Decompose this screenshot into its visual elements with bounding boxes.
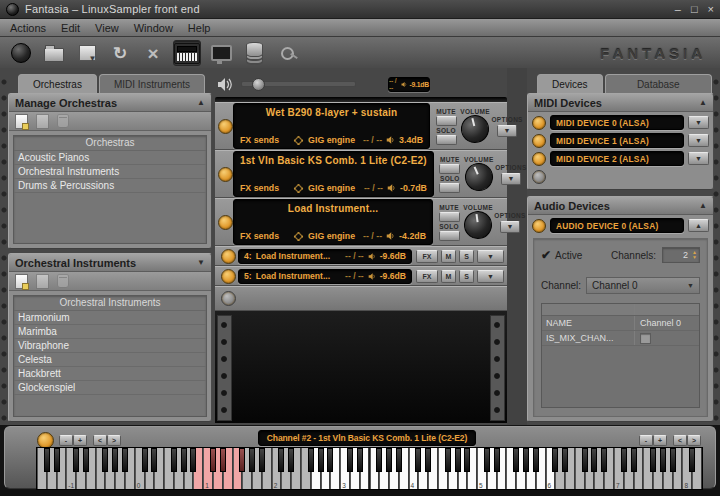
- black-key[interactable]: [689, 448, 695, 472]
- black-key[interactable]: [464, 448, 470, 472]
- fx-sends-link[interactable]: FX sends: [240, 231, 279, 241]
- manage-orchestras-header[interactable]: Manage Orchestras ▲: [9, 94, 211, 112]
- black-key[interactable]: [171, 448, 177, 472]
- solo-button[interactable]: [439, 183, 460, 193]
- refresh-button[interactable]: ↻: [107, 41, 133, 65]
- device-power-button[interactable]: [532, 134, 546, 148]
- collapse-icon[interactable]: ▲: [699, 201, 707, 210]
- spinner-arrows-icon[interactable]: ▲▼: [690, 250, 699, 261]
- monitor-view-button[interactable]: [208, 41, 234, 65]
- device-collapse-button[interactable]: ▲: [688, 219, 709, 232]
- black-key[interactable]: [621, 448, 627, 472]
- black-key[interactable]: [327, 448, 333, 472]
- black-key[interactable]: [523, 448, 529, 472]
- close-button[interactable]: ×: [708, 3, 714, 15]
- black-key[interactable]: [396, 448, 402, 472]
- volume-knob[interactable]: [462, 209, 494, 241]
- menu-help[interactable]: Help: [188, 22, 211, 34]
- channel-power-button[interactable]: [221, 249, 236, 264]
- delete-orchestra-button[interactable]: [57, 114, 69, 128]
- midi-device-display[interactable]: MIDI DEVICE 1 (ALSA): [550, 133, 684, 148]
- black-key[interactable]: [239, 448, 245, 472]
- channels-spinner[interactable]: 2 ▲▼: [662, 247, 700, 263]
- black-key[interactable]: [220, 448, 226, 472]
- edit-orchestra-button[interactable]: [36, 114, 49, 129]
- menu-window[interactable]: Window: [134, 22, 173, 34]
- menu-edit[interactable]: Edit: [61, 22, 80, 34]
- black-key[interactable]: [181, 448, 187, 472]
- channel-power-button[interactable]: [218, 167, 233, 182]
- options-button[interactable]: ▼: [497, 125, 517, 137]
- octave-up-button[interactable]: +: [73, 435, 87, 446]
- black-key[interactable]: [210, 448, 216, 472]
- engine-selector[interactable]: GIG engine: [308, 135, 355, 145]
- menu-view[interactable]: View: [95, 22, 119, 34]
- tab-orchestras[interactable]: Orchestras: [18, 74, 97, 93]
- instrument-name[interactable]: 1st Vln Basic KS Comb. 1 Lite (C2-E2): [240, 155, 427, 166]
- collapse-icon[interactable]: ▲: [699, 98, 707, 107]
- instrument-name[interactable]: Load Instrument...: [256, 271, 330, 281]
- orchestra-row[interactable]: Orchestral Instruments: [14, 165, 206, 179]
- engine-selector[interactable]: GIG engine: [308, 183, 355, 193]
- instrument-name[interactable]: Wet B290 8-layer + sustain: [240, 107, 423, 118]
- black-key[interactable]: [513, 448, 519, 472]
- mute-button[interactable]: M: [441, 250, 456, 263]
- midi-devices-header[interactable]: MIDI Devices ▲: [528, 94, 713, 112]
- black-key[interactable]: [83, 448, 89, 472]
- export-session-button[interactable]: [74, 41, 100, 65]
- instruments-db-button[interactable]: [241, 41, 267, 65]
- menu-actions[interactable]: Actions: [10, 22, 46, 34]
- tab-devices[interactable]: Devices: [537, 74, 603, 93]
- black-key[interactable]: [357, 448, 363, 472]
- device-power-button[interactable]: [532, 219, 546, 233]
- solo-button[interactable]: [439, 231, 460, 241]
- mute-button[interactable]: [439, 164, 460, 174]
- mute-button[interactable]: [436, 116, 457, 126]
- new-orchestra-button[interactable]: [15, 114, 28, 129]
- black-key[interactable]: [562, 448, 568, 472]
- new-instrument-button[interactable]: [15, 274, 28, 289]
- fx-button[interactable]: FX: [416, 270, 438, 283]
- black-key[interactable]: [112, 448, 118, 472]
- black-key[interactable]: [650, 448, 656, 472]
- collapse-icon[interactable]: ▲: [197, 98, 205, 107]
- black-key[interactable]: [533, 448, 539, 472]
- prev-channel-button[interactable]: <: [93, 435, 107, 446]
- device-power-button[interactable]: [532, 116, 546, 130]
- channel-power-button[interactable]: [218, 215, 233, 230]
- options-button[interactable]: ▼: [501, 173, 521, 185]
- chevron-down-icon[interactable]: ▼: [197, 258, 205, 267]
- solo-button[interactable]: S: [459, 250, 474, 263]
- instrument-row[interactable]: Harmonium: [14, 311, 206, 325]
- solo-button[interactable]: [436, 135, 457, 145]
- slider-thumb[interactable]: [252, 78, 265, 91]
- instrument-row[interactable]: Glockenspiel: [14, 381, 206, 395]
- mute-button[interactable]: M: [441, 270, 456, 283]
- black-key[interactable]: [259, 448, 265, 472]
- black-key[interactable]: [278, 448, 284, 472]
- device-options-button[interactable]: ▼: [688, 152, 709, 165]
- tab-midi-instruments[interactable]: MIDI Instruments: [99, 74, 205, 93]
- midi-device-display[interactable]: MIDI DEVICE 2 (ALSA): [550, 151, 684, 166]
- sampler-view-button[interactable]: [173, 40, 201, 66]
- black-key[interactable]: [484, 448, 490, 472]
- octave-up-button[interactable]: +: [653, 435, 667, 446]
- next-channel-button[interactable]: >: [107, 435, 121, 446]
- device-options-button[interactable]: ▼: [688, 116, 709, 129]
- device-power-button[interactable]: [532, 152, 546, 166]
- piano-keyboard[interactable]: -1012345678: [36, 447, 703, 490]
- black-key[interactable]: [318, 448, 324, 472]
- device-options-button[interactable]: ▼: [688, 134, 709, 147]
- tab-database[interactable]: Database: [605, 74, 712, 93]
- black-key[interactable]: [288, 448, 294, 472]
- mute-button[interactable]: [439, 212, 460, 222]
- active-checkbox[interactable]: ✔: [541, 249, 551, 261]
- orchestra-row[interactable]: Acoustic Pianos: [14, 151, 206, 165]
- black-key[interactable]: [308, 448, 314, 472]
- black-key[interactable]: [102, 448, 108, 472]
- octave-down-button[interactable]: -: [639, 435, 653, 446]
- master-volume-slider[interactable]: [241, 81, 356, 87]
- add-channel-power-button[interactable]: [221, 291, 236, 306]
- black-key[interactable]: [415, 448, 421, 472]
- instrument-row[interactable]: Celesta: [14, 353, 206, 367]
